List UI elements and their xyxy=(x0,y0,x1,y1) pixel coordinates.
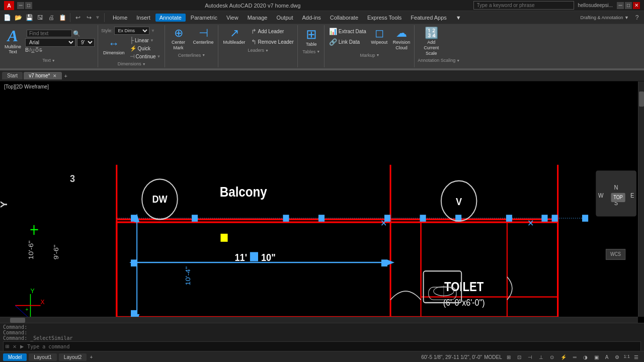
center-mark-btn[interactable]: ⊕ Center Mark xyxy=(168,27,189,52)
help-btn[interactable]: ? xyxy=(632,13,642,23)
annotation-scaling-expand[interactable]: ▼ xyxy=(456,59,460,62)
menu-addins[interactable]: Add-ins xyxy=(298,14,325,22)
status-grid[interactable]: ⊞ xyxy=(504,354,513,360)
qa-saveas[interactable]: 🖫 xyxy=(35,13,45,23)
layout1-tab[interactable]: Layout1 xyxy=(29,353,57,361)
status-selection[interactable]: ▣ xyxy=(592,354,601,360)
markup-group-expand[interactable]: ▼ xyxy=(376,53,380,57)
extract-data-btn[interactable]: 📊 Extract Data xyxy=(328,27,368,36)
scroll-thumb-h[interactable] xyxy=(10,318,25,323)
command-input[interactable] xyxy=(26,343,638,350)
menu-parametric[interactable]: Parametric xyxy=(187,14,221,22)
multiline-text-btn[interactable]: A Multiline Text xyxy=(3,27,23,55)
workspace-selector[interactable]: Drafting & Annotation ▼ xyxy=(579,13,631,23)
drawing-canvas: Y X Y + 11' 10" xyxy=(0,81,644,323)
model-mode: MODEL xyxy=(484,354,502,360)
maximize-btn[interactable]: □ xyxy=(25,2,32,9)
scroll-thumb-v[interactable] xyxy=(639,92,644,107)
leaders-group-expand[interactable]: ▼ xyxy=(265,49,269,52)
ribbon: A Multiline Text 🔍 Arial 9" xyxy=(0,24,644,70)
svg-text:TOP: TOP xyxy=(613,195,622,201)
find-text-btn[interactable]: 🔍 xyxy=(25,29,95,38)
strikethrough-btn[interactable]: S̶ xyxy=(39,48,42,53)
menu-express[interactable]: Express Tools xyxy=(363,14,406,22)
status-transparency[interactable]: ◑ xyxy=(581,354,590,360)
svg-text:WCS: WCS xyxy=(610,251,621,257)
menu-insert[interactable]: Insert xyxy=(132,14,154,22)
tables-group-expand[interactable]: ▼ xyxy=(316,50,320,53)
status-osnap[interactable]: ⊙ xyxy=(547,354,556,360)
add-drawing-btn[interactable]: + xyxy=(63,72,68,80)
ribbon-group-tables: ⊞ Table Tables ▼ xyxy=(299,25,325,67)
status-workspace[interactable]: ⚙ xyxy=(612,354,622,360)
layout2-tab[interactable]: Layout2 xyxy=(59,353,87,361)
overline-btn[interactable]: O̅ xyxy=(35,48,39,53)
remove-leader-btn[interactable]: ↰ Remove Leader xyxy=(250,37,295,47)
table-btn[interactable]: ⊞ Table xyxy=(301,27,322,48)
status-more[interactable]: ☰ xyxy=(631,354,641,360)
close-tab-icon[interactable]: ✕ xyxy=(53,73,57,78)
scrollbar-v[interactable] xyxy=(638,81,644,317)
dimension-btn[interactable]: ↔ Dimension xyxy=(101,36,127,60)
find-text-icon[interactable]: 🔍 xyxy=(73,30,80,37)
qa-save[interactable]: 💾 xyxy=(24,13,34,23)
qa-open[interactable]: 📂 xyxy=(13,13,23,23)
drawing-tab-start[interactable]: Start xyxy=(2,72,23,79)
qa-redo[interactable]: ↪ xyxy=(84,13,94,23)
coordinates-display: 60'-5 1/8", 29'-11 1/2", 0'-0" xyxy=(421,354,482,360)
menu-view[interactable]: View xyxy=(222,14,243,22)
text-group-expand[interactable]: ▼ xyxy=(52,59,55,62)
qa-plot[interactable]: 📋 xyxy=(57,13,67,23)
font-dropdown[interactable]: Arial xyxy=(25,38,75,47)
model-tab[interactable]: Model xyxy=(3,353,27,361)
menu-collaborate[interactable]: Collaborate xyxy=(326,14,362,22)
menu-manage[interactable]: Manage xyxy=(244,14,272,22)
qa-print[interactable]: 🖨 xyxy=(46,13,56,23)
win-close[interactable]: ✕ xyxy=(633,2,640,9)
linear-btn[interactable]: ├ Linear ▼ xyxy=(128,36,163,44)
multileader-btn[interactable]: ↗ Multileader xyxy=(221,27,248,47)
menu-output[interactable]: Output xyxy=(272,14,297,22)
drawing-tab-active[interactable]: v7 home* ✕ xyxy=(24,72,62,79)
underline-btn[interactable]: U xyxy=(31,48,35,53)
centerlines-group-expand[interactable]: ▼ xyxy=(202,53,205,57)
qa-undo[interactable]: ↩ xyxy=(73,13,83,23)
svg-text:✕: ✕ xyxy=(527,218,534,228)
continue-btn[interactable]: ⊣ Continue ▼ xyxy=(128,53,163,60)
win-restore[interactable]: □ xyxy=(625,2,632,9)
find-text-input[interactable] xyxy=(27,30,72,37)
search-input[interactable] xyxy=(473,1,574,10)
status-snap[interactable]: ⊡ xyxy=(515,354,524,360)
link-data-btn[interactable]: 🔗 Link Data xyxy=(328,37,368,47)
wipeout-btn[interactable]: ◻ Wipeout xyxy=(369,27,390,52)
status-dyn[interactable]: ⚡ xyxy=(558,354,569,360)
dimensions-group-expand[interactable]: ▼ xyxy=(142,62,146,66)
size-dropdown[interactable]: 9" xyxy=(77,38,95,47)
add-leader-btn[interactable]: ↱ Add Leader xyxy=(250,27,295,36)
add-layout-btn[interactable]: + xyxy=(89,353,94,361)
quick-dim-btn[interactable]: ⚡ Quick xyxy=(128,45,163,52)
qa-new[interactable]: 📄 xyxy=(2,13,12,23)
status-annotation[interactable]: A xyxy=(603,354,611,360)
status-lineweight[interactable]: ═ xyxy=(571,354,579,360)
add-current-scale-btn[interactable]: 🔢 Add Current Scale xyxy=(418,27,445,57)
minimize-btn[interactable]: ─ xyxy=(17,2,24,9)
win-minimize[interactable]: ─ xyxy=(617,2,624,9)
menu-home[interactable]: Home xyxy=(109,14,131,22)
app-logo: A xyxy=(4,1,14,10)
scrollbar-h[interactable] xyxy=(0,317,638,323)
dim-style-dropdown[interactable]: Ex Dims xyxy=(114,27,149,35)
y-axis-label: Y xyxy=(0,201,9,208)
user-label: hellosudeepsi... xyxy=(578,3,613,8)
centerline-btn[interactable]: ⊣ Centerline xyxy=(191,27,216,52)
status-ortho[interactable]: ⊣ xyxy=(525,354,535,360)
revision-cloud-btn[interactable]: ☁ Revision Cloud xyxy=(391,27,413,52)
status-polar[interactable]: ⊥ xyxy=(536,354,546,360)
italic-btn[interactable]: I xyxy=(29,47,31,53)
menu-annotate[interactable]: Annotate xyxy=(155,14,186,22)
ribbon-group-text: A Multiline Text 🔍 Arial 9" xyxy=(0,25,98,67)
menu-featured[interactable]: Featured Apps xyxy=(407,14,451,22)
bold-btn[interactable]: B xyxy=(25,47,29,53)
svg-rect-22 xyxy=(250,252,258,261)
menu-more[interactable]: ▼ xyxy=(452,14,465,22)
